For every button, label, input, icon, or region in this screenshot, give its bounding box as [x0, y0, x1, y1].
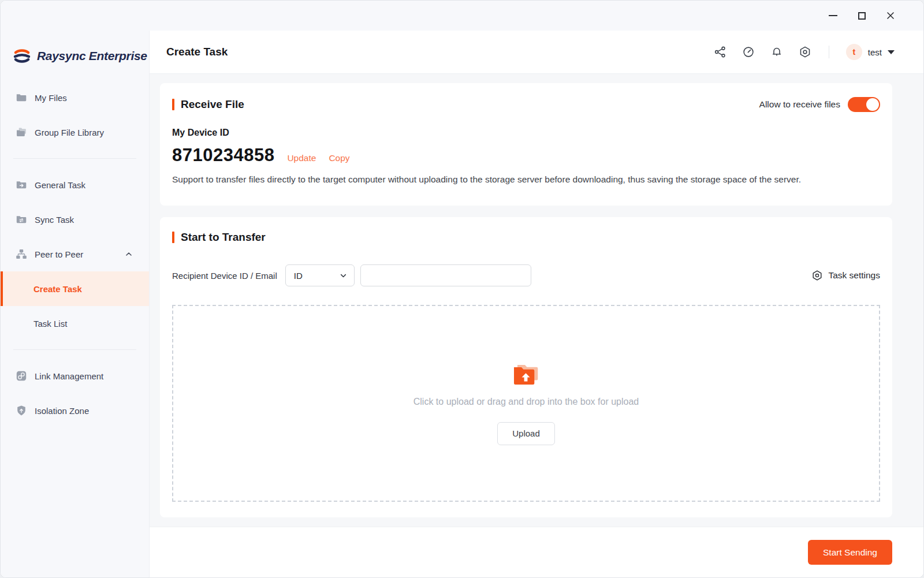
device-id-value: 8710234858 [172, 145, 274, 166]
receive-file-card: Receive File Allow to receive files My D… [160, 83, 892, 206]
network-icon [16, 248, 27, 260]
header-divider [829, 46, 829, 58]
close-icon [886, 11, 895, 20]
speed-gauge-icon [742, 46, 755, 58]
raysync-logo-icon [12, 47, 32, 65]
page-title: Create Task [166, 46, 228, 58]
sidebar-item-general-task[interactable]: General Task [1, 167, 149, 202]
close-button[interactable] [882, 7, 899, 24]
settings-button[interactable] [798, 45, 812, 59]
folder-arrow-icon [16, 179, 27, 191]
sidebar-nav: My Files Group File Library General Task… [1, 80, 149, 428]
app-logo: Raysync Enterprise [1, 31, 149, 68]
share-button[interactable] [713, 45, 727, 59]
sidebar-item-label: Link Management [35, 371, 103, 381]
share-icon [714, 46, 726, 58]
sidebar-item-task-list[interactable]: Task List [1, 306, 149, 341]
avatar: t [846, 44, 862, 60]
sidebar-item-group-file-library[interactable]: Group File Library [1, 115, 149, 150]
start-transfer-title: Start to Transfer [181, 231, 266, 244]
chevron-up-icon [125, 250, 133, 258]
sidebar-item-label: General Task [35, 180, 85, 190]
sidebar-item-isolation-zone[interactable]: Isolation Zone [1, 393, 149, 428]
sidebar-item-create-task[interactable]: Create Task [1, 271, 149, 306]
chevron-down-icon [340, 272, 347, 279]
sidebar-item-label: Task List [33, 319, 67, 329]
folder-sync-icon [16, 214, 27, 225]
toggle-knob [866, 98, 879, 111]
upload-folder-icon [511, 362, 541, 387]
folders-icon [16, 126, 27, 138]
maximize-button[interactable] [853, 7, 870, 24]
shield-icon [16, 405, 27, 416]
task-settings-button[interactable]: Task settings [811, 270, 880, 281]
link-icon [16, 370, 27, 382]
speed-button[interactable] [742, 45, 755, 59]
section-accent-bar [172, 99, 174, 110]
sidebar-item-label: Peer to Peer [35, 249, 83, 259]
sidebar-item-peer-to-peer[interactable]: Peer to Peer [1, 237, 149, 271]
copy-link[interactable]: Copy [329, 153, 349, 163]
sidebar-item-label: Sync Task [35, 215, 74, 225]
brand-name: Raysync Enterprise [37, 49, 147, 63]
task-settings-gear-icon [811, 270, 823, 281]
folder-icon [16, 92, 27, 103]
upload-button[interactable]: Upload [497, 422, 555, 445]
task-settings-label: Task settings [828, 270, 880, 281]
minimize-icon [829, 15, 837, 16]
sidebar: Raysync Enterprise My Files Group File L… [1, 31, 150, 577]
start-sending-button[interactable]: Start Sending [808, 540, 892, 565]
recipient-input[interactable] [360, 264, 531, 286]
page-header: Create Task t [150, 31, 923, 74]
app-window: Raysync Enterprise My Files Group File L… [0, 0, 924, 578]
page-content: Receive File Allow to receive files My D… [150, 74, 923, 527]
recipient-type-select[interactable]: ID [285, 264, 355, 286]
receive-description: Support to transfer files directly to th… [172, 174, 880, 185]
recipient-type-value: ID [294, 271, 303, 281]
settings-gear-icon [799, 46, 811, 58]
main-area: Create Task t [150, 31, 923, 577]
sidebar-item-label: Group File Library [35, 128, 104, 137]
allow-receive-toggle[interactable] [848, 97, 880, 112]
notifications-button[interactable] [770, 45, 784, 59]
upload-dropzone[interactable]: Click to upload or drag and drop into th… [172, 305, 880, 502]
allow-receive-label: Allow to receive files [759, 99, 840, 110]
section-accent-bar [172, 232, 174, 243]
sidebar-item-label: Isolation Zone [35, 406, 89, 416]
recipient-label: Recipient Device ID / Email [172, 271, 277, 281]
caret-down-icon [888, 50, 895, 54]
sidebar-item-label: My Files [35, 93, 67, 103]
sidebar-item-link-management[interactable]: Link Management [1, 359, 149, 393]
titlebar [1, 1, 923, 31]
sidebar-divider [13, 349, 136, 350]
upload-hint: Click to upload or drag and drop into th… [413, 397, 639, 407]
receive-file-title: Receive File [181, 98, 244, 111]
device-id-label: My Device ID [172, 128, 880, 138]
start-transfer-card: Start to Transfer Recipient Device ID / … [160, 217, 892, 517]
sidebar-item-my-files[interactable]: My Files [1, 80, 149, 115]
sidebar-item-sync-task[interactable]: Sync Task [1, 202, 149, 237]
page-footer: Start Sending [150, 527, 923, 577]
notification-bell-icon [770, 46, 783, 58]
user-menu[interactable]: t test [846, 44, 895, 60]
user-name: test [868, 47, 882, 57]
minimize-button[interactable] [824, 7, 841, 24]
sidebar-item-label: Create Task [33, 284, 82, 294]
update-link[interactable]: Update [287, 153, 316, 163]
sidebar-divider [13, 158, 136, 159]
maximize-icon [858, 12, 866, 20]
header-actions: t test [713, 44, 895, 60]
